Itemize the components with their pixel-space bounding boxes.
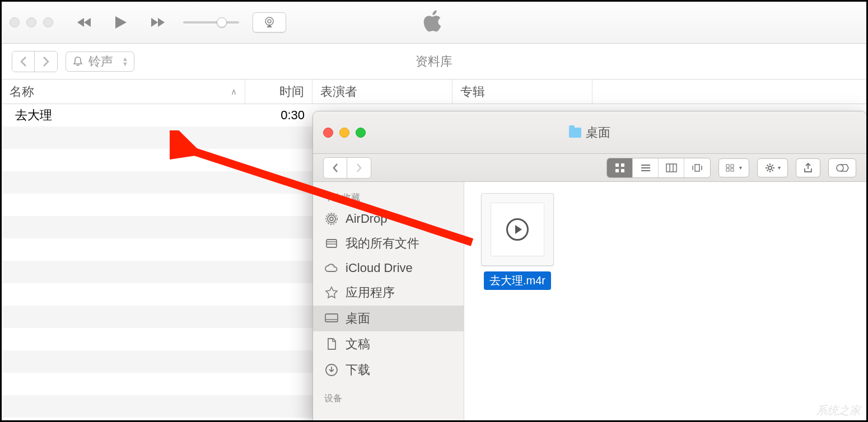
svg-rect-11 [731, 168, 734, 171]
column-artist[interactable]: 表演者 [312, 79, 452, 104]
svg-rect-10 [726, 168, 729, 171]
list-view-button[interactable] [633, 158, 659, 177]
chevron-updown-icon: ▲▼ [122, 57, 128, 67]
svg-point-12 [768, 166, 772, 170]
gear-icon [764, 162, 776, 174]
svg-rect-8 [726, 165, 729, 167]
finder-content[interactable]: 去大理.m4r [464, 182, 866, 422]
play-icon [506, 218, 529, 241]
sidebar-item-downloads[interactable]: 下载 [313, 357, 464, 383]
column-view-button[interactable] [659, 158, 684, 177]
itunes-nav-bar: 铃声 ▲▼ 资料库 [2, 44, 866, 79]
sort-asc-icon: ∧ [231, 87, 237, 97]
minimize-button[interactable] [26, 17, 36, 27]
icloud-icon [324, 261, 339, 275]
desktop-icon [324, 311, 339, 326]
view-mode-segment [606, 158, 711, 178]
column-time[interactable]: 时间 [245, 79, 312, 104]
bell-icon [72, 55, 84, 68]
finder-toolbar: ▾ ▾ [313, 154, 866, 182]
svg-rect-5 [621, 169, 624, 172]
svg-rect-2 [615, 163, 619, 167]
forward-button[interactable] [347, 158, 371, 178]
sidebar-item-airdrop[interactable]: AirDrop [313, 207, 464, 231]
forward-button[interactable] [35, 51, 57, 72]
close-button[interactable] [10, 17, 20, 27]
folder-icon [569, 128, 581, 138]
icon-view-button[interactable] [607, 158, 633, 177]
airdrop-icon [324, 212, 339, 226]
track-name: 去大理 [2, 107, 245, 124]
finder-title: 桌面 [569, 124, 610, 141]
svg-rect-7 [695, 165, 699, 171]
finder-sidebar: 个人收藏 AirDrop 我的所有文件 iCloud Drive 应用程序 桌面 [313, 182, 464, 422]
window-controls [10, 17, 53, 27]
svg-rect-17 [325, 314, 338, 322]
sidebar-item-apps[interactable]: 应用程序 [313, 280, 464, 306]
apple-logo-icon [423, 8, 445, 36]
share-button[interactable] [796, 158, 820, 177]
svg-point-0 [268, 20, 271, 23]
svg-rect-3 [621, 163, 624, 167]
play-button[interactable] [111, 13, 130, 32]
downloads-icon [324, 363, 339, 377]
finder-body: 个人收藏 AirDrop 我的所有文件 iCloud Drive 应用程序 桌面 [313, 182, 866, 422]
action-button[interactable]: ▾ [757, 158, 788, 177]
sidebar-item-documents[interactable]: 文稿 [313, 331, 464, 357]
arrange-button[interactable]: ▾ [718, 158, 749, 177]
volume-slider[interactable] [183, 21, 239, 24]
sidebar-item-allfiles[interactable]: 我的所有文件 [313, 231, 464, 256]
nav-arrows [12, 51, 58, 72]
svg-point-14 [328, 215, 335, 223]
sidebar-section-devices: 设备 [313, 390, 464, 408]
next-button[interactable] [147, 13, 166, 32]
allfiles-icon [324, 236, 339, 251]
svg-point-1 [265, 17, 273, 25]
column-name[interactable]: 名称 ∧ [2, 79, 245, 104]
sidebar-item-desktop[interactable]: 桌面 [313, 306, 464, 331]
share-icon [803, 162, 813, 174]
file-thumbnail [481, 193, 554, 266]
airplay-button[interactable] [253, 12, 286, 32]
tags-button[interactable] [828, 158, 856, 177]
coverflow-view-button[interactable] [684, 158, 710, 177]
finder-window-controls [323, 128, 366, 138]
close-button[interactable] [323, 128, 333, 138]
previous-button[interactable] [76, 13, 95, 32]
svg-rect-16 [326, 240, 337, 247]
track-time: 0:30 [245, 108, 312, 123]
svg-rect-4 [615, 169, 619, 172]
playback-controls [76, 13, 166, 32]
svg-rect-6 [666, 164, 676, 172]
watermark: 系统之家 [816, 403, 861, 418]
maximize-button[interactable] [356, 128, 366, 138]
volume-control[interactable] [183, 21, 239, 24]
file-name: 去大理.m4r [484, 271, 551, 290]
tag-icon [836, 163, 849, 172]
back-button[interactable] [12, 51, 35, 72]
documents-icon [324, 337, 339, 351]
library-title: 资料库 [416, 53, 452, 70]
itunes-toolbar [2, 2, 866, 44]
applications-icon [324, 285, 339, 300]
table-header: 名称 ∧ 时间 表演者 专辑 [2, 79, 866, 104]
library-dropdown-label: 铃声 [88, 53, 113, 70]
file-item[interactable]: 去大理.m4r [475, 193, 559, 290]
finder-window: 桌面 ▾ ▾ 个人收藏 AirDrop 我的所有文件 [312, 111, 867, 422]
svg-rect-9 [731, 165, 734, 167]
minimize-button[interactable] [339, 128, 349, 138]
finder-titlebar: 桌面 [313, 111, 866, 154]
sidebar-section-favorites: 个人收藏 [313, 189, 464, 207]
library-dropdown[interactable]: 铃声 ▲▼ [66, 51, 134, 72]
maximize-button[interactable] [43, 17, 53, 27]
sidebar-item-icloud[interactable]: iCloud Drive [313, 256, 464, 280]
back-button[interactable] [324, 158, 347, 178]
finder-nav [323, 157, 371, 179]
svg-point-13 [330, 217, 333, 221]
column-album[interactable]: 专辑 [452, 79, 592, 104]
